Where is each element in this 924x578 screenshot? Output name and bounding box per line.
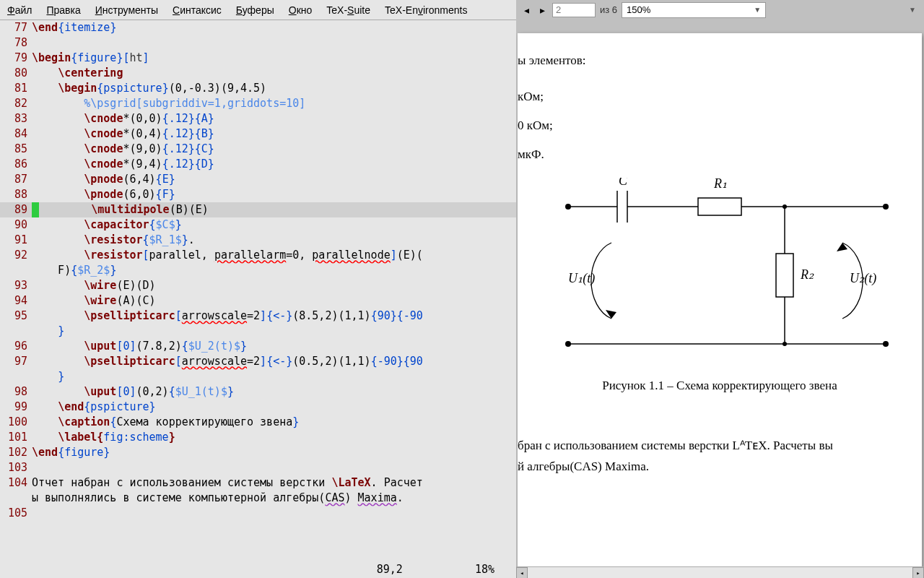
code-line[interactable]: 99 \end{pspicture}: [0, 400, 516, 415]
svg-text:R₂: R₂: [800, 267, 814, 282]
code-line[interactable]: 88 \pnode(6,0){F}: [0, 187, 516, 202]
pdf-toolbar: ◂ ▸ из 6 150% ▼ ▼: [516, 0, 924, 20]
scroll-left-icon[interactable]: ◂: [516, 567, 528, 578]
scroll-percent: 18%: [475, 562, 494, 578]
line-number: 77: [0, 20, 32, 35]
vim-statusbar: 89,2 18%: [0, 562, 516, 578]
code-line[interactable]: 80 \centering: [0, 66, 516, 81]
cursor-position: 89,2: [377, 562, 403, 578]
line-number: 103: [0, 460, 32, 475]
main-split: 77\end{itemize}7879\begin{figure}[ht]80 …: [0, 20, 924, 578]
line-number: 99: [0, 400, 32, 415]
code-line[interactable]: 79\begin{figure}[ht]: [0, 51, 516, 66]
line-number: [0, 491, 32, 506]
svg-text:U₁(t): U₁(t): [568, 271, 595, 286]
code-line[interactable]: F){$R_2$}: [0, 263, 516, 278]
menu-Инструменты[interactable]: Инструменты: [88, 1, 165, 19]
page-total-label: из 6: [600, 4, 617, 15]
line-number: 105: [0, 506, 32, 521]
code-line[interactable]: 98 \uput[0](0,2){$U_1(t)$}: [0, 384, 516, 400]
svg-marker-17: [606, 310, 616, 319]
code-line[interactable]: 103: [0, 460, 516, 475]
pdf-page: ы элементов: кОм; 0 кОм; мкФ.: [518, 33, 922, 578]
line-number: 90: [0, 217, 32, 233]
code-line[interactable]: 94 \wire(A)(C): [0, 293, 516, 309]
code-line[interactable]: 89 \multidipole(B)(E): [0, 202, 516, 217]
code-line[interactable]: 102\end{figure}: [0, 445, 516, 460]
line-number: 102: [0, 445, 32, 460]
code-line[interactable]: 87 \pnode(6,4){E}: [0, 172, 516, 187]
code-line[interactable]: 86 \cnode*(9,4){.12}{D}: [0, 157, 516, 172]
body-text: й алгебры(CAS) Maxima.: [518, 460, 649, 474]
line-number: 96: [0, 339, 32, 354]
svg-rect-14: [776, 254, 793, 297]
code-line[interactable]: 82 %\psgrid[subgriddiv=1,griddots=10]: [0, 96, 516, 111]
line-number: 80: [0, 66, 32, 81]
line-number: 78: [0, 35, 32, 51]
menu-TeX-Suite[interactable]: TeX-Suite: [319, 1, 378, 19]
line-number: 94: [0, 293, 32, 309]
code-line[interactable]: 93 \wire(E)(D): [0, 278, 516, 293]
line-number: 95: [0, 309, 32, 324]
cursor: [32, 202, 39, 217]
line-number: [0, 369, 32, 384]
menu-Файл[interactable]: Файл: [0, 1, 39, 19]
code-line[interactable]: 105: [0, 506, 516, 521]
svg-text:R₁: R₁: [713, 178, 727, 191]
pdf-preview[interactable]: ы элементов: кОм; 0 кОм; мкФ.: [516, 20, 924, 578]
menu-Окно[interactable]: Окно: [282, 1, 320, 19]
line-number: 100: [0, 415, 32, 430]
figure-caption: Рисунок 1.1 – Схема корректирующего звен…: [518, 379, 922, 393]
text-fragment: мкФ.: [518, 147, 544, 162]
menu-TeX-Environments[interactable]: TeX-Environments: [378, 1, 474, 19]
code-line[interactable]: 92 \resistor[parallel, parallelarm=0, pa…: [0, 248, 516, 263]
source-editor[interactable]: 77\end{itemize}7879\begin{figure}[ht]80 …: [0, 20, 516, 578]
body-text: бран с использованием системы верстки Lᴬ…: [518, 438, 833, 453]
code-line[interactable]: }: [0, 369, 516, 384]
scroll-track[interactable]: [528, 567, 912, 578]
code-line[interactable]: 97 \psellipticarc[arrowscale=2]{<-}(0.5,…: [0, 354, 516, 369]
code-line[interactable]: 85 \cnode*(9,0){.12}{C}: [0, 142, 516, 157]
code-line[interactable]: 77\end{itemize}: [0, 20, 516, 35]
code-line[interactable]: ы выполнялись в системе компьютерной алг…: [0, 491, 516, 506]
toolbar-overflow-dropdown[interactable]: ▼: [905, 2, 920, 18]
line-number: [0, 263, 32, 278]
horizontal-scrollbar[interactable]: ◂ ▸: [516, 566, 924, 578]
code-line[interactable]: 91 \resistor{$R_1$}.: [0, 233, 516, 248]
page-number-input[interactable]: [552, 3, 596, 17]
menu-Буферы[interactable]: Буферы: [229, 1, 282, 19]
code-line[interactable]: }: [0, 324, 516, 339]
prev-page-icon[interactable]: ◂: [520, 4, 532, 16]
line-number: 88: [0, 187, 32, 202]
code-line[interactable]: 95 \psellipticarc[arrowscale=2]{<-}(8.5,…: [0, 309, 516, 324]
line-number: 91: [0, 233, 32, 248]
menu-Правка[interactable]: Правка: [39, 1, 87, 19]
chevron-down-icon: ▼: [909, 6, 916, 14]
code-line[interactable]: 83 \cnode*(0,0){.12}{A}: [0, 111, 516, 126]
code-line[interactable]: 100 \caption{Схема корректирующего звена…: [0, 415, 516, 430]
menu-Синтаксис[interactable]: Синтаксис: [165, 1, 229, 19]
line-number: 84: [0, 126, 32, 142]
svg-text:C: C: [619, 178, 628, 188]
code-line[interactable]: 96 \uput[0](7.8,2){$U_2(t)$}: [0, 339, 516, 354]
code-line[interactable]: 104Отчет набран с использованием системы…: [0, 475, 516, 491]
zoom-dropdown[interactable]: 150% ▼: [622, 2, 766, 18]
scroll-right-icon[interactable]: ▸: [912, 567, 924, 578]
line-number: 101: [0, 430, 32, 445]
circuit-diagram: C R₁ R₂ U₁(t) U₂(t): [546, 178, 907, 366]
code-line[interactable]: 90 \capacitor{$C$}: [0, 217, 516, 233]
svg-rect-11: [698, 198, 741, 215]
line-number: 83: [0, 111, 32, 126]
line-number: 82: [0, 96, 32, 111]
line-number: 89: [0, 202, 32, 217]
zoom-value: 150%: [627, 4, 650, 15]
line-number: 104: [0, 475, 32, 491]
next-page-icon[interactable]: ▸: [536, 4, 548, 16]
chevron-down-icon: ▼: [754, 6, 761, 14]
code-line[interactable]: 81 \begin{pspicture}(0,-0.3)(9,4.5): [0, 81, 516, 96]
editor-menus: ФайлПравкаИнструментыСинтаксисБуферыОкно…: [0, 1, 516, 19]
code-line[interactable]: 78: [0, 35, 516, 51]
code-line[interactable]: 101 \label{fig:scheme}: [0, 430, 516, 445]
code-line[interactable]: 84 \cnode*(0,4){.12}{B}: [0, 126, 516, 142]
text-fragment: кОм;: [518, 90, 544, 104]
